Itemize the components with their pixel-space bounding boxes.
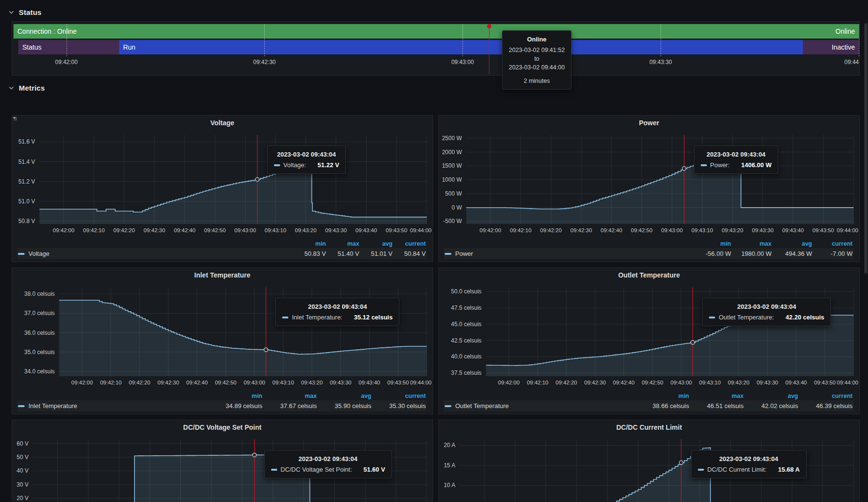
hover-point-marker: [253, 453, 257, 457]
svg-text:50 V: 50 V: [17, 454, 29, 461]
legend-series-name[interactable]: Power: [455, 250, 473, 257]
legend-series-swatch: [18, 253, 25, 255]
legend-series-row: Power-56.00 W1980.00 W494.36 W-7.00 W: [444, 248, 854, 259]
legend-stats-header: minmaxavgcurrent: [17, 239, 427, 248]
legend-stat-header-current[interactable]: current: [372, 392, 427, 400]
page-scrollbar[interactable]: [864, 0, 868, 502]
svg-text:0 W: 0 W: [451, 204, 462, 211]
svg-text:09:42:30: 09:42:30: [584, 380, 606, 385]
status-tooltip-to: 2023-03-02 09:44:00: [509, 63, 565, 72]
tooltip-series-value: 42.20 celsuis: [786, 314, 824, 321]
svg-text:09:42:30: 09:42:30: [158, 380, 179, 385]
legend-stat-header-avg[interactable]: avg: [360, 239, 393, 248]
legend-series-toggle[interactable]: Outlet Temperature: [444, 400, 636, 411]
legend-series-toggle[interactable]: Inlet Temperature: [17, 400, 209, 411]
legend-series-toggle[interactable]: Power: [444, 248, 692, 259]
status-timeline-plot[interactable]: Connection : OnlineOnlineStatusRunInacti…: [14, 24, 858, 74]
legend-stat-value-avg: 51.01 V: [360, 248, 393, 259]
svg-text:09:42:50: 09:42:50: [215, 380, 237, 385]
svg-text:09:42:20: 09:42:20: [556, 380, 577, 385]
svg-text:09:43:50: 09:43:50: [387, 380, 409, 385]
chevron-down-icon: [8, 9, 14, 15]
section-header-status[interactable]: Status: [0, 3, 868, 21]
panel-resize-handle-icon[interactable]: [12, 116, 17, 120]
svg-text:09:42:00: 09:42:00: [498, 380, 520, 385]
timeline-segment[interactable]: Status: [18, 40, 119, 54]
status-tooltip: Online 2023-03-02 09:41:52 to 2023-03-02…: [502, 30, 571, 90]
legend-stat-header-current[interactable]: current: [813, 239, 854, 248]
scrollbar-thumb[interactable]: [864, 23, 868, 274]
legend-series-row: Voltage50.83 V51.40 V51.01 V50.84 V: [17, 248, 427, 259]
timeline-axis-label: 09:42:30: [253, 59, 276, 66]
svg-text:60 V: 60 V: [17, 440, 29, 447]
svg-text:09:43:20: 09:43:20: [301, 380, 323, 385]
svg-text:36.0 celsuis: 36.0 celsuis: [24, 330, 54, 336]
svg-text:09:43:50: 09:43:50: [386, 227, 407, 233]
timeline-segment[interactable]: Connection : OnlineOnline: [14, 24, 859, 39]
svg-text:09:42:10: 09:42:10: [510, 227, 531, 233]
legend-stat-header-avg[interactable]: avg: [318, 392, 372, 400]
legend-stat-header-min[interactable]: min: [636, 392, 690, 400]
timeline-segment-label: Run: [119, 43, 139, 51]
svg-text:09:43:20: 09:43:20: [722, 227, 744, 233]
svg-text:09:42:20: 09:42:20: [129, 380, 150, 385]
legend-series-row: Outlet Temperature38.66 celsuis46.51 cel…: [444, 400, 854, 411]
svg-text:09:42:10: 09:42:10: [527, 380, 548, 385]
series-fill-area: [40, 162, 427, 225]
timeline-segment[interactable]: Inactive: [803, 40, 859, 54]
tooltip-series-value: 15.68 A: [778, 466, 800, 473]
timeline-segment-label: Status: [18, 43, 45, 51]
hover-point-marker: [682, 167, 686, 171]
svg-text:09:44:00: 09:44:00: [837, 380, 858, 385]
svg-text:09:42:50: 09:42:50: [204, 227, 226, 233]
legend-stat-header-current[interactable]: current: [393, 239, 427, 248]
tooltip-time: 2023-03-02 09:43:04: [709, 303, 824, 310]
legend-stat-header-avg[interactable]: avg: [773, 239, 813, 248]
svg-text:09:43:30: 09:43:30: [330, 380, 352, 385]
svg-text:09:42:40: 09:42:40: [174, 227, 196, 233]
svg-text:09:42:30: 09:42:30: [570, 227, 592, 233]
svg-text:09:43:30: 09:43:30: [325, 227, 347, 233]
legend-stat-header-current[interactable]: current: [799, 392, 854, 400]
svg-text:15 A: 15 A: [444, 462, 455, 469]
legend-stat-header-min[interactable]: min: [692, 239, 732, 248]
legend-stat-header-min[interactable]: min: [294, 239, 327, 248]
timeline-cursor-line: [489, 25, 489, 74]
legend-stat-header-avg[interactable]: avg: [745, 392, 799, 400]
metrics-panel-grid: Voltage51.6 V51.4 V51.2 V51.0 V50.8 V09:…: [12, 115, 868, 502]
legend-stat-value-current: 35.30 celsuis: [372, 400, 427, 411]
hover-point-marker: [691, 341, 694, 344]
tooltip-time: 2023-03-02 09:43:04: [282, 303, 393, 310]
legend-series-name[interactable]: Voltage: [28, 250, 49, 257]
svg-text:09:43:30: 09:43:30: [752, 227, 773, 233]
tooltip-series-value: 51.22 V: [318, 161, 339, 169]
svg-text:500 W: 500 W: [445, 190, 462, 197]
legend-series-name[interactable]: Inlet Temperature: [28, 402, 77, 410]
legend-stat-header-max[interactable]: max: [690, 392, 745, 400]
timeline-gridline: [264, 24, 265, 56]
timeline-row-connection: Connection : OnlineOnline: [14, 24, 858, 39]
legend-stat-header-min[interactable]: min: [209, 392, 263, 400]
legend-series-toggle[interactable]: Voltage: [17, 248, 294, 259]
timeline-axis-label: 09:43:00: [451, 59, 474, 66]
timeline-segment[interactable]: Run: [119, 40, 802, 54]
series-swatch: [282, 317, 288, 318]
legend-stat-header-max[interactable]: max: [263, 392, 318, 400]
svg-text:09:44:00: 09:44:00: [837, 227, 858, 233]
svg-text:20 V: 20 V: [17, 495, 29, 502]
legend-stat-header-max[interactable]: max: [327, 239, 360, 248]
panel-dcdc-current-limit: DC/DC Current Limit20 A15 A10 A5 A0 A09:…: [438, 420, 860, 502]
svg-text:09:42:20: 09:42:20: [113, 227, 135, 233]
section-header-metrics[interactable]: Metrics: [0, 76, 868, 100]
tooltip-series-row: Power:1406.00 W: [701, 161, 772, 169]
timeline-gridline: [859, 24, 859, 56]
legend-stats-header: minmaxavgcurrent: [444, 392, 854, 400]
legend-stat-header-max[interactable]: max: [732, 239, 773, 248]
svg-text:09:43:10: 09:43:10: [692, 227, 713, 233]
svg-text:09:43:50: 09:43:50: [813, 227, 834, 233]
svg-text:37.5 celsuis: 37.5 celsuis: [451, 370, 481, 376]
svg-text:09:43:20: 09:43:20: [728, 380, 749, 385]
panel-outlet-temperature: Outlet Temperature50.0 celsuis47.5 celsu…: [438, 267, 860, 414]
legend-series-name[interactable]: Outlet Temperature: [455, 402, 509, 410]
legend-series-swatch: [445, 405, 451, 407]
